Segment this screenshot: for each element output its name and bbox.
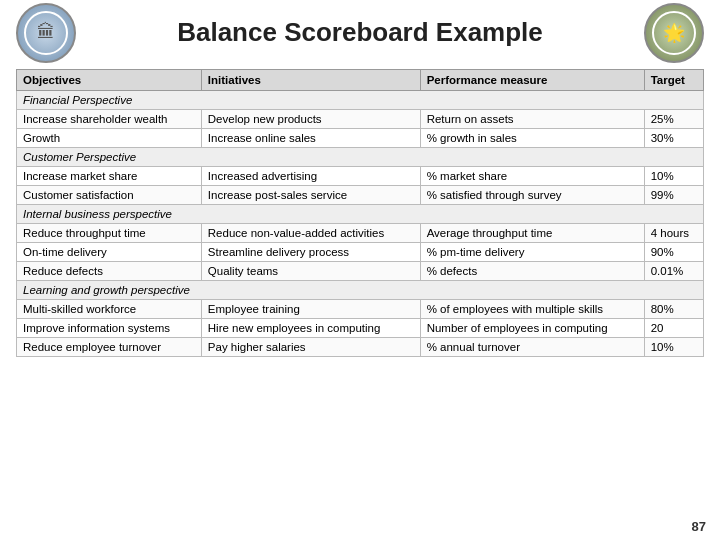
cell-r2-c2: % growth in sales — [420, 129, 644, 148]
table-row: Multi-skilled workforceEmployee training… — [17, 300, 704, 319]
cell-r13-c3: 10% — [644, 338, 703, 357]
cell-r4-c1: Increased advertising — [201, 167, 420, 186]
cell-r11-c3: 80% — [644, 300, 703, 319]
table-row: Increase market shareIncreased advertisi… — [17, 167, 704, 186]
table-row: Customer satisfactionIncrease post-sales… — [17, 186, 704, 205]
cell-r1-c0: Increase shareholder wealth — [17, 110, 202, 129]
cell-r1-c1: Develop new products — [201, 110, 420, 129]
cell-r12-c1: Hire new employees in computing — [201, 319, 420, 338]
cell-r5-c3: 99% — [644, 186, 703, 205]
cell-r7-c1: Reduce non-value-added activities — [201, 224, 420, 243]
cell-r5-c0: Customer satisfaction — [17, 186, 202, 205]
logo-right-inner: 🌟 — [652, 11, 696, 55]
logo-left: 🏛 — [16, 3, 76, 63]
column-header-initiatives: Initiatives — [201, 70, 420, 91]
logo-right: 🌟 — [644, 3, 704, 63]
column-header-target: Target — [644, 70, 703, 91]
section-row: Learning and growth perspective — [17, 281, 704, 300]
cell-r13-c0: Reduce employee turnover — [17, 338, 202, 357]
section-row: Internal business perspective — [17, 205, 704, 224]
table-row: GrowthIncrease online sales% growth in s… — [17, 129, 704, 148]
cell-r2-c0: Growth — [17, 129, 202, 148]
table-row: On-time deliveryStreamline delivery proc… — [17, 243, 704, 262]
cell-r11-c0: Multi-skilled workforce — [17, 300, 202, 319]
cell-r2-c3: 30% — [644, 129, 703, 148]
page-title: Balance Scoreboard Example — [76, 17, 644, 48]
cell-r8-c3: 90% — [644, 243, 703, 262]
table-row: Improve information systemsHire new empl… — [17, 319, 704, 338]
cell-r9-c3: 0.01% — [644, 262, 703, 281]
cell-r1-c3: 25% — [644, 110, 703, 129]
cell-r2-c1: Increase online sales — [201, 129, 420, 148]
table-row: Increase shareholder wealthDevelop new p… — [17, 110, 704, 129]
cell-r4-c2: % market share — [420, 167, 644, 186]
cell-r1-c2: Return on assets — [420, 110, 644, 129]
logo-left-inner: 🏛 — [24, 11, 68, 55]
cell-r7-c2: Average throughput time — [420, 224, 644, 243]
cell-r9-c0: Reduce defects — [17, 262, 202, 281]
column-header-performance-measure: Performance measure — [420, 70, 644, 91]
header: 🏛 Balance Scoreboard Example 🌟 — [0, 0, 720, 65]
table-container: ObjectivesInitiativesPerformance measure… — [0, 65, 720, 361]
section-label: Customer Perspective — [17, 148, 704, 167]
cell-r7-c0: Reduce throughput time — [17, 224, 202, 243]
cell-r12-c2: Number of employees in computing — [420, 319, 644, 338]
cell-r13-c1: Pay higher salaries — [201, 338, 420, 357]
table-row: Reduce defectsQuality teams% defects0.01… — [17, 262, 704, 281]
table-row: Reduce employee turnoverPay higher salar… — [17, 338, 704, 357]
cell-r11-c2: % of employees with multiple skills — [420, 300, 644, 319]
cell-r5-c2: % satisfied through survey — [420, 186, 644, 205]
section-label: Learning and growth perspective — [17, 281, 704, 300]
cell-r8-c0: On-time delivery — [17, 243, 202, 262]
cell-r11-c1: Employee training — [201, 300, 420, 319]
cell-r4-c0: Increase market share — [17, 167, 202, 186]
cell-r12-c3: 20 — [644, 319, 703, 338]
cell-r4-c3: 10% — [644, 167, 703, 186]
table-header-row: ObjectivesInitiativesPerformance measure… — [17, 70, 704, 91]
section-label: Financial Perspective — [17, 91, 704, 110]
column-header-objectives: Objectives — [17, 70, 202, 91]
section-row: Customer Perspective — [17, 148, 704, 167]
cell-r13-c2: % annual turnover — [420, 338, 644, 357]
scoreboard-table: ObjectivesInitiativesPerformance measure… — [16, 69, 704, 357]
cell-r5-c1: Increase post-sales service — [201, 186, 420, 205]
cell-r8-c2: % pm-time delivery — [420, 243, 644, 262]
page-number: 87 — [692, 519, 706, 534]
cell-r7-c3: 4 hours — [644, 224, 703, 243]
section-row: Financial Perspective — [17, 91, 704, 110]
cell-r9-c2: % defects — [420, 262, 644, 281]
cell-r8-c1: Streamline delivery process — [201, 243, 420, 262]
table-row: Reduce throughput timeReduce non-value-a… — [17, 224, 704, 243]
cell-r9-c1: Quality teams — [201, 262, 420, 281]
section-label: Internal business perspective — [17, 205, 704, 224]
cell-r12-c0: Improve information systems — [17, 319, 202, 338]
